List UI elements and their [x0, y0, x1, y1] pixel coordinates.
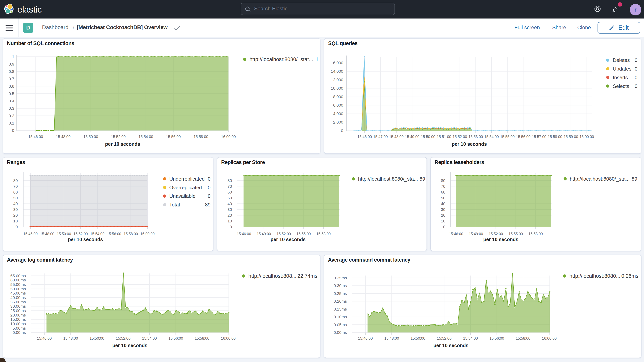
- svg-text:70: 70: [228, 184, 232, 188]
- svg-text:per 10 seconds: per 10 seconds: [68, 237, 103, 242]
- svg-text:0: 0: [635, 66, 638, 72]
- svg-text:15.00ms: 15.00ms: [10, 317, 26, 322]
- svg-text:15:46:00: 15:46:00: [358, 134, 372, 139]
- svg-text:15:46:00: 15:46:00: [37, 336, 52, 340]
- svg-text:60.00ms: 60.00ms: [10, 278, 26, 282]
- svg-text:15:52:00: 15:52:00: [452, 134, 467, 139]
- svg-text:0: 0: [443, 224, 446, 229]
- svg-text:0.35ms: 0.35ms: [334, 276, 347, 280]
- svg-text:50.00ms: 50.00ms: [10, 287, 26, 291]
- svg-text:20: 20: [441, 213, 446, 218]
- svg-text:70: 70: [441, 184, 446, 188]
- svg-text:16:00:00: 16:00:00: [140, 232, 155, 236]
- svg-text:http://localhost:8080...: http://localhost:8080...: [570, 273, 620, 279]
- svg-text:15:56:00: 15:56:00: [166, 134, 181, 139]
- svg-text:15:50:00: 15:50:00: [57, 232, 71, 236]
- svg-text:40: 40: [13, 202, 18, 206]
- svg-text:0.4: 0.4: [9, 99, 14, 103]
- svg-text:per 10 seconds: per 10 seconds: [270, 237, 306, 242]
- svg-text:10: 10: [441, 219, 446, 223]
- svg-text:10: 10: [228, 219, 232, 223]
- svg-text:Total: Total: [169, 202, 180, 208]
- svg-text:15:58:00: 15:58:00: [516, 336, 530, 340]
- svg-text:15:52:00: 15:52:00: [74, 232, 88, 236]
- svg-text:http://localhost:8080/_sta...: http://localhost:8080/_sta...: [570, 176, 630, 182]
- svg-text:15:58:00: 15:58:00: [528, 232, 543, 236]
- svg-text:15:54:00: 15:54:00: [90, 232, 104, 236]
- svg-text:70: 70: [13, 184, 18, 188]
- svg-text:20: 20: [13, 213, 18, 218]
- svg-text:12,000: 12,000: [331, 78, 343, 82]
- svg-text:0.15ms: 0.15ms: [334, 307, 347, 311]
- svg-text:60: 60: [441, 190, 446, 194]
- svg-text:15:50:00: 15:50:00: [90, 336, 104, 340]
- svg-text:16:00:00: 16:00:00: [580, 134, 594, 139]
- svg-text:0.6: 0.6: [9, 84, 14, 88]
- svg-text:15:58:00: 15:58:00: [194, 134, 208, 139]
- svg-text:0.10ms: 0.10ms: [334, 314, 347, 319]
- svg-text:8,000: 8,000: [333, 94, 343, 99]
- svg-text:0.2: 0.2: [9, 114, 14, 118]
- svg-text:15:55:00: 15:55:00: [509, 232, 523, 236]
- svg-text:0: 0: [635, 57, 638, 63]
- svg-text:4,000: 4,000: [333, 112, 343, 116]
- svg-text:0.3: 0.3: [9, 106, 14, 110]
- svg-text:1: 1: [12, 54, 14, 59]
- svg-text:16,000: 16,000: [331, 60, 343, 65]
- svg-text:15:56:00: 15:56:00: [168, 336, 183, 340]
- svg-text:89: 89: [632, 176, 637, 182]
- svg-text:0: 0: [208, 185, 210, 190]
- svg-text:http://localhost:808...: http://localhost:808...: [248, 273, 296, 279]
- svg-text:Selects: Selects: [613, 83, 629, 89]
- svg-text:80: 80: [228, 178, 232, 183]
- svg-text:15:46:00: 15:46:00: [237, 232, 251, 236]
- svg-text:Inserts: Inserts: [613, 74, 628, 80]
- svg-text:15:48:00: 15:48:00: [389, 134, 404, 139]
- svg-text:1: 1: [316, 56, 318, 62]
- svg-text:16:00:00: 16:00:00: [221, 134, 236, 139]
- svg-text:60: 60: [13, 190, 18, 194]
- svg-text:0: 0: [12, 128, 14, 132]
- svg-text:15:55:00: 15:55:00: [296, 232, 311, 236]
- svg-text:30: 30: [228, 207, 232, 212]
- svg-text:15:54:00: 15:54:00: [484, 134, 499, 139]
- svg-text:15:50:00: 15:50:00: [84, 134, 98, 139]
- svg-text:15:58:00: 15:58:00: [548, 134, 562, 139]
- svg-text:15:59:00: 15:59:00: [564, 134, 578, 139]
- svg-text:0.26ms: 0.26ms: [621, 273, 638, 279]
- svg-text:15:56:00: 15:56:00: [107, 232, 121, 236]
- svg-text:60: 60: [228, 190, 232, 194]
- svg-text:0.7: 0.7: [9, 76, 14, 81]
- svg-text:0.20ms: 0.20ms: [334, 299, 347, 304]
- svg-text:89: 89: [205, 202, 210, 208]
- svg-text:0: 0: [16, 224, 18, 229]
- svg-text:15:49:00: 15:49:00: [257, 232, 271, 236]
- svg-text:15:52:00: 15:52:00: [111, 134, 126, 139]
- svg-text:0.00ms: 0.00ms: [334, 330, 347, 335]
- svg-text:45.00ms: 45.00ms: [10, 291, 26, 295]
- svg-text:55.00ms: 55.00ms: [10, 282, 26, 287]
- svg-text:15:57:00: 15:57:00: [532, 134, 546, 139]
- svg-text:per 10 seconds: per 10 seconds: [483, 237, 518, 242]
- svg-text:0: 0: [635, 83, 638, 89]
- svg-text:15:53:00: 15:53:00: [468, 134, 483, 139]
- svg-text:Deletes: Deletes: [613, 57, 630, 63]
- svg-text:0.1: 0.1: [9, 121, 14, 125]
- svg-text:15:50:00: 15:50:00: [421, 134, 435, 139]
- svg-text:15:58:00: 15:58:00: [124, 232, 138, 236]
- svg-text:15:46:00: 15:46:00: [28, 134, 43, 139]
- svg-text:15:56:00: 15:56:00: [516, 134, 530, 139]
- svg-text:per 10 seconds: per 10 seconds: [105, 141, 140, 147]
- svg-text:15:54:00: 15:54:00: [463, 336, 478, 340]
- svg-text:0.05ms: 0.05ms: [334, 322, 347, 327]
- svg-text:http://localhost:8080/_sta...: http://localhost:8080/_sta...: [358, 176, 418, 182]
- svg-text:0.9: 0.9: [9, 62, 14, 66]
- svg-text:22.74ms: 22.74ms: [297, 273, 317, 279]
- svg-text:16:00:00: 16:00:00: [221, 336, 236, 340]
- svg-text:15:52:00: 15:52:00: [437, 336, 452, 340]
- svg-text:0.30ms: 0.30ms: [334, 283, 347, 288]
- svg-text:Updates: Updates: [613, 66, 632, 72]
- svg-text:Overreplicated: Overreplicated: [169, 185, 202, 190]
- svg-text:Unavailable: Unavailable: [169, 193, 196, 199]
- svg-text:0: 0: [208, 176, 210, 182]
